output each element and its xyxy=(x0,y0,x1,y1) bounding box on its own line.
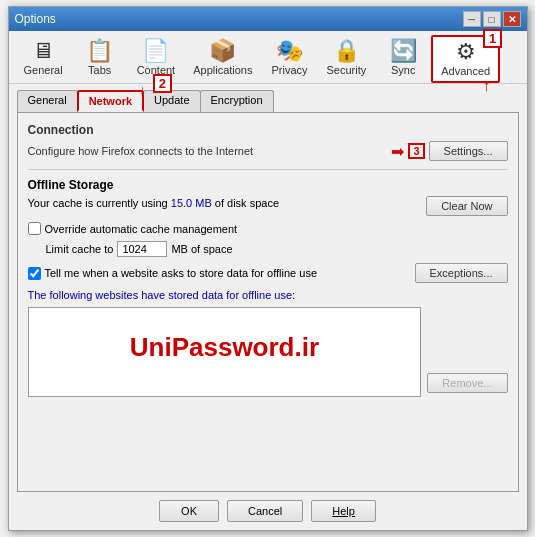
tell-me-label: Tell me when a website asks to store dat… xyxy=(45,267,318,279)
close-button[interactable]: ✕ xyxy=(503,11,521,27)
toolbar-privacy-label: Privacy xyxy=(271,64,307,76)
annotation-arrow-down: ↓ xyxy=(139,82,146,98)
annotation-arrow-up: ↑ xyxy=(482,77,490,95)
annotation-badge-1: 1 xyxy=(483,29,502,48)
cancel-button[interactable]: Cancel xyxy=(227,500,303,522)
ok-button[interactable]: OK xyxy=(159,500,219,522)
toolbar-tabs[interactable]: 📋 Tabs xyxy=(72,35,128,83)
separator-1 xyxy=(28,169,508,170)
annotation-badge-2: 2 xyxy=(153,74,172,93)
limit-cache-row: Limit cache to MB of space xyxy=(46,241,508,257)
toolbar-privacy[interactable]: 🎭 Privacy xyxy=(262,35,318,83)
override-checkbox[interactable] xyxy=(28,222,41,235)
tab-encryption[interactable]: Encryption xyxy=(200,90,274,112)
window-title: Options xyxy=(15,12,56,26)
limit-cache-input[interactable] xyxy=(117,241,167,257)
list-buttons: Remove... xyxy=(427,303,507,393)
toolbar-advanced[interactable]: ⚙ Advanced 1 ↑ xyxy=(431,35,500,83)
tab-network[interactable]: Network 2 ↓ xyxy=(77,90,144,112)
tell-me-row: Tell me when a website asks to store dat… xyxy=(28,263,508,283)
connection-title: Connection xyxy=(28,123,508,137)
title-bar: Options ─ □ ✕ xyxy=(9,7,527,31)
toolbar-general-label: General xyxy=(24,64,63,76)
privacy-icon: 🎭 xyxy=(276,40,303,62)
connection-desc: Configure how Firefox connects to the In… xyxy=(28,145,254,157)
offline-title: Offline Storage xyxy=(28,178,508,192)
tab-general[interactable]: General xyxy=(17,90,78,112)
limit-unit: MB of space xyxy=(171,243,232,255)
watermark-text: UniPassword.ir xyxy=(33,312,417,363)
override-checkbox-row: Override automatic cache management xyxy=(28,222,508,235)
content-area: Connection Configure how Firefox connect… xyxy=(17,112,519,492)
toolbar-advanced-label: Advanced xyxy=(441,65,490,77)
options-window: Options ─ □ ✕ 🖥 General 📋 Tabs 📄 Content… xyxy=(8,6,528,531)
toolbar-applications[interactable]: 📦 Applications xyxy=(184,35,261,83)
minimize-button[interactable]: ─ xyxy=(463,11,481,27)
toolbar-security[interactable]: 🔒 Security xyxy=(318,35,376,83)
arrow-3-icon: ➡ xyxy=(391,142,404,161)
connection-row: Configure how Firefox connects to the In… xyxy=(28,141,508,161)
toolbar: 🖥 General 📋 Tabs 📄 Content 📦 Application… xyxy=(9,31,527,84)
sync-icon: 🔄 xyxy=(390,40,417,62)
limit-label: Limit cache to xyxy=(46,243,114,255)
following-label: The following websites have stored data … xyxy=(28,289,508,301)
help-button[interactable]: Help xyxy=(311,500,376,522)
tab-update[interactable]: Update xyxy=(143,90,200,112)
security-icon: 🔒 xyxy=(333,40,360,62)
override-label: Override automatic cache management xyxy=(45,223,238,235)
connection-settings-group: ➡ 3 Settings... xyxy=(391,141,507,161)
remove-button[interactable]: Remove... xyxy=(427,373,507,393)
exceptions-button[interactable]: Exceptions... xyxy=(415,263,508,283)
applications-icon: 📦 xyxy=(209,40,236,62)
offline-list-row: UniPassword.ir Remove... xyxy=(28,303,508,397)
cache-info-text: Your cache is currently using 15.0 MB of… xyxy=(28,197,280,209)
cache-info-row: Your cache is currently using 15.0 MB of… xyxy=(28,196,508,216)
toolbar-general[interactable]: 🖥 General xyxy=(15,35,72,83)
toolbar-sync[interactable]: 🔄 Sync xyxy=(375,35,431,83)
settings-button[interactable]: Settings... xyxy=(429,141,508,161)
annotation-badge-3: 3 xyxy=(408,143,424,159)
tabs-icon: 📋 xyxy=(86,40,113,62)
offline-list: UniPassword.ir xyxy=(28,307,422,397)
tabs-row: General Network 2 ↓ Update Encryption xyxy=(9,84,527,112)
advanced-icon: ⚙ xyxy=(456,41,476,63)
toolbar-applications-label: Applications xyxy=(193,64,252,76)
connection-left: Configure how Firefox connects to the In… xyxy=(28,144,392,158)
tell-me-checkbox-row: Tell me when a website asks to store dat… xyxy=(28,267,318,280)
toolbar-sync-label: Sync xyxy=(391,64,415,76)
clear-now-button[interactable]: Clear Now xyxy=(426,196,507,216)
toolbar-security-label: Security xyxy=(327,64,367,76)
title-bar-buttons: ─ □ ✕ xyxy=(463,11,521,27)
maximize-button[interactable]: □ xyxy=(483,11,501,27)
toolbar-tabs-label: Tabs xyxy=(88,64,111,76)
bottom-bar: OK Cancel Help xyxy=(9,492,527,530)
tell-me-checkbox[interactable] xyxy=(28,267,41,280)
general-icon: 🖥 xyxy=(32,40,54,62)
content-icon: 📄 xyxy=(142,40,169,62)
cache-size: 15.0 MB xyxy=(171,197,212,209)
